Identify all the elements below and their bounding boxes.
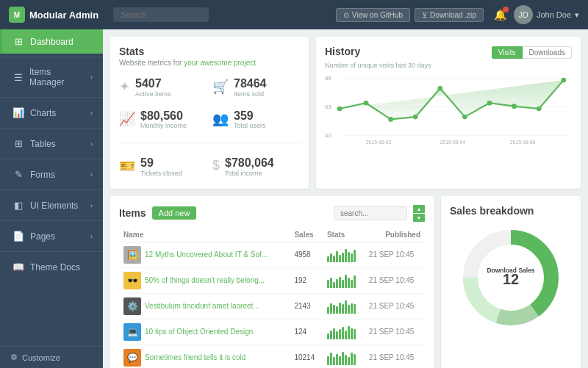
sidebar-icon-tables: ⊞	[12, 138, 24, 149]
stat-item-0: ✦ 5407 Active items	[119, 74, 207, 101]
sidebar-item-pages[interactable]: 📄 Pages ›	[0, 224, 103, 248]
stat-label-5: Total income	[225, 170, 274, 177]
mini-bar	[354, 275, 356, 288]
sidebar: ⊞ Dashboard ☰ Items Manager ›📊 Charts ›⊞…	[0, 29, 103, 368]
stats-divider	[119, 142, 300, 143]
item-published-4: 21 SEP 10:45	[365, 344, 425, 368]
item-name-2[interactable]: Vestibulum tincidunt amet laoreet...	[145, 302, 259, 310]
sidebar-item-theme-docs[interactable]: 📖 Theme Docs	[0, 255, 103, 279]
item-name-3[interactable]: 10 tips of Object Oriented Design	[145, 328, 253, 336]
sort-up-button[interactable]: ▲	[413, 205, 425, 213]
mini-bar	[354, 250, 356, 262]
items-card: Items Add new ▲ ▼ Name Sales	[110, 196, 434, 368]
search-input[interactable]	[113, 7, 209, 22]
mini-bar	[336, 306, 338, 314]
sidebar-icon-theme-docs: 📖	[12, 261, 24, 273]
chevron-icon: ›	[90, 233, 93, 240]
logo-icon: M	[9, 7, 25, 23]
items-table: Name Sales Stats Published 🖼️ 12 Myths U…	[119, 228, 425, 368]
svg-text:40: 40	[325, 132, 331, 139]
mini-bar	[330, 353, 332, 365]
tab-visits[interactable]: Visits	[492, 46, 523, 59]
customize-button[interactable]: ⚙ Customize	[0, 346, 103, 368]
mini-bar	[330, 303, 332, 314]
sidebar-item-tables[interactable]: ⊞ Tables ›	[0, 131, 103, 156]
sidebar-item-ui-elements[interactable]: ◧ UI Elements ›	[0, 193, 103, 217]
item-thumb-1: 🕶️	[123, 272, 141, 289]
stats-grid: ✦ 5407 Active items 🛒 78464 Items sold 📈…	[119, 74, 300, 180]
stat-item-3: 👥 359 Total users	[212, 107, 300, 133]
sidebar-icon-ui-elements: ◧	[12, 200, 24, 211]
app-container: M Modular Admin ⊙ View on GitHub ⊻ Downl…	[0, 0, 588, 368]
item-name-0[interactable]: 12 Myths Uncovered About IT & Sof...	[145, 250, 268, 259]
mini-bar	[327, 280, 329, 288]
mini-bar	[327, 307, 329, 314]
stat-icon-0: ✦	[119, 79, 130, 95]
stat-value-0: 5407	[135, 77, 171, 90]
history-subtitle: Number of unique visits last 30 days	[325, 62, 572, 69]
add-new-button[interactable]: Add new	[152, 206, 197, 220]
chevron-icon: ›	[90, 171, 93, 178]
sidebar-divider	[0, 128, 103, 129]
sidebar-footer: ⚙ Customize	[0, 346, 103, 368]
history-title: History	[325, 46, 360, 57]
mini-bar	[333, 305, 335, 314]
sidebar-item-dashboard[interactable]: ⊞ Dashboard	[0, 29, 103, 54]
sidebar-item-forms[interactable]: ✎ Forms ›	[0, 162, 103, 187]
item-published-2: 21 SEP 10:45	[365, 293, 425, 319]
mini-bar	[333, 282, 335, 288]
sales-card: Sales breakdown Download Sales	[441, 196, 581, 368]
svg-point-14	[437, 86, 442, 91]
user-menu[interactable]: JD John Doe ▾	[514, 5, 579, 24]
mini-bar	[351, 328, 353, 339]
stat-item-5: $ $780,064 Total income	[212, 154, 300, 180]
svg-text:86: 86	[325, 75, 331, 82]
stat-value-2: $80,560	[140, 109, 187, 123]
mini-bar	[342, 253, 344, 262]
mini-bar	[336, 251, 338, 262]
sidebar-item-charts[interactable]: 📊 Charts ›	[0, 101, 103, 125]
mini-bar	[327, 333, 329, 339]
chevron-down-icon: ▾	[575, 10, 579, 20]
svg-marker-9	[340, 80, 564, 119]
svg-point-16	[487, 101, 492, 106]
item-sales-1: 192	[290, 267, 322, 293]
item-name-1[interactable]: 50% of things doesn't really belong...	[145, 276, 265, 284]
mini-bar	[342, 352, 344, 365]
table-row: 💬 Sometimes friend tells it is cold 1021…	[119, 344, 425, 368]
tab-downloads[interactable]: Downloads	[523, 46, 572, 59]
stats-subtitle: Website metrics for your awesome project	[119, 59, 300, 67]
item-stats-3	[327, 325, 360, 339]
stats-subtitle-link[interactable]: your awesome project	[184, 59, 256, 67]
sort-down-button[interactable]: ▼	[413, 214, 425, 222]
sidebar-icon-items-manager: ☰	[12, 72, 24, 83]
mini-bar	[327, 356, 329, 365]
download-button[interactable]: ⊻ Download .zip	[415, 8, 484, 22]
sidebar-item-items-manager[interactable]: ☰ Items Manager ›	[0, 60, 103, 94]
chevron-icon: ›	[90, 109, 93, 117]
item-name-4[interactable]: Sometimes friend tells it is cold	[145, 353, 245, 361]
stat-label-3: Total users	[234, 122, 266, 129]
sidebar-icon-pages: 📄	[12, 231, 24, 242]
mini-bar	[339, 255, 341, 262]
mini-bar	[351, 303, 353, 314]
github-button[interactable]: ⊙ View on GitHub	[336, 8, 410, 22]
items-search-input[interactable]	[334, 206, 407, 220]
notifications-bell[interactable]: 🔔	[494, 9, 506, 21]
svg-text:2015-08-04: 2015-08-04	[440, 140, 466, 145]
stat-value-3: 359	[234, 109, 266, 123]
svg-point-12	[388, 117, 393, 122]
svg-text:2015-08-02: 2015-08-02	[366, 140, 392, 145]
main-content: Stats Website metrics for your awesome p…	[103, 29, 588, 368]
table-row: 💻 10 tips of Object Oriented Design 124 …	[119, 319, 425, 344]
svg-text:12: 12	[503, 271, 519, 287]
mini-bar	[342, 327, 344, 339]
chevron-icon: ›	[90, 73, 93, 81]
mini-bar	[336, 331, 338, 339]
svg-point-18	[537, 107, 542, 112]
sidebar-items: ⊞ Dashboard ☰ Items Manager ›📊 Charts ›⊞…	[0, 29, 103, 279]
mini-bar	[330, 278, 332, 288]
svg-point-10	[337, 107, 343, 112]
sort-buttons: ▲ ▼	[413, 205, 425, 222]
svg-point-19	[561, 78, 566, 83]
